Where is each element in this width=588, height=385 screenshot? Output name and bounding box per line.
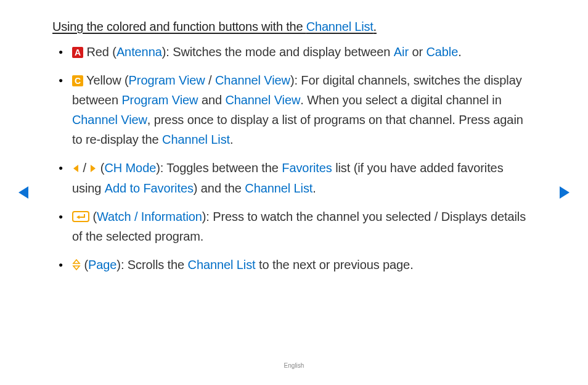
heading-period: . xyxy=(374,20,377,33)
list-item: A Red (Antenna): Switches the mode and d… xyxy=(72,42,536,62)
text: / xyxy=(80,161,89,175)
next-page-button[interactable] xyxy=(558,185,571,203)
text: ): Scrolls the xyxy=(116,258,187,271)
text: Red ( xyxy=(83,45,116,59)
list-item: / (CH Mode): Toggles between the Favorit… xyxy=(72,158,536,198)
svg-marker-3 xyxy=(76,215,80,219)
text: . When you select a digital channel in xyxy=(300,93,501,107)
keyword-add-to-favorites: Add to Favorites xyxy=(105,181,194,195)
text: ( xyxy=(89,210,97,223)
svg-marker-0 xyxy=(73,165,78,172)
footer-language: English xyxy=(0,362,588,369)
svg-marker-7 xyxy=(560,186,570,199)
text: Yellow ( xyxy=(83,73,129,87)
keyword-watch-information: Watch / Information xyxy=(97,210,202,223)
triangle-left-icon xyxy=(72,159,80,178)
text: . xyxy=(230,133,233,146)
list-item: (Watch / Information): Press to watch th… xyxy=(72,207,536,246)
bullet-list: A Red (Antenna): Switches the mode and d… xyxy=(52,42,536,275)
text: ( xyxy=(81,258,88,271)
keyword-ch-mode: CH Mode xyxy=(104,161,156,175)
triangle-right-icon xyxy=(89,159,97,178)
text: / xyxy=(205,73,215,87)
up-down-arrows-icon xyxy=(72,257,81,269)
keyword-air: Air xyxy=(394,45,409,59)
text: ( xyxy=(97,161,104,175)
keyword-program-view: Program View xyxy=(121,93,198,107)
keyword-channel-view: Channel View xyxy=(215,73,290,87)
previous-page-button[interactable] xyxy=(17,185,30,203)
keyword-channel-view: Channel View xyxy=(225,93,300,107)
keyword-channel-view: Channel View xyxy=(72,113,147,126)
text: or xyxy=(409,45,427,59)
text: ) and the xyxy=(194,181,245,195)
list-item: C Yellow (Program View / Channel View): … xyxy=(72,70,536,149)
keyword-channel-list: Channel List xyxy=(188,258,256,271)
keyword-antenna: Antenna xyxy=(116,45,162,59)
enter-button-icon xyxy=(72,208,89,219)
svg-marker-5 xyxy=(73,266,80,270)
document-content: Using the colored and function buttons w… xyxy=(52,17,536,283)
section-heading: Using the colored and function buttons w… xyxy=(52,17,536,36)
text: . xyxy=(312,181,316,195)
yellow-c-button-icon: C xyxy=(72,75,83,86)
keyword-program-view: Program View xyxy=(129,73,205,87)
red-a-button-icon: A xyxy=(72,47,83,58)
text: and xyxy=(198,93,225,107)
svg-marker-4 xyxy=(73,260,80,263)
svg-marker-1 xyxy=(91,165,96,172)
text: ): Toggles between the xyxy=(156,161,282,175)
text: to the next or previous page. xyxy=(256,258,414,271)
keyword-page: Page xyxy=(88,258,116,271)
keyword-favorites: Favorites xyxy=(282,161,332,175)
text: . xyxy=(458,45,461,59)
text: ): Switches the mode and display between xyxy=(162,45,394,59)
keyword-channel-list: Channel List xyxy=(162,133,230,146)
heading-channel-list: Channel List xyxy=(306,20,374,33)
keyword-channel-list: Channel List xyxy=(245,181,312,195)
svg-marker-6 xyxy=(18,186,28,199)
list-item: (Page): Scrolls the Channel List to the … xyxy=(72,255,536,275)
keyword-cable: Cable xyxy=(426,45,458,59)
heading-text: Using the colored and function buttons w… xyxy=(52,20,306,33)
